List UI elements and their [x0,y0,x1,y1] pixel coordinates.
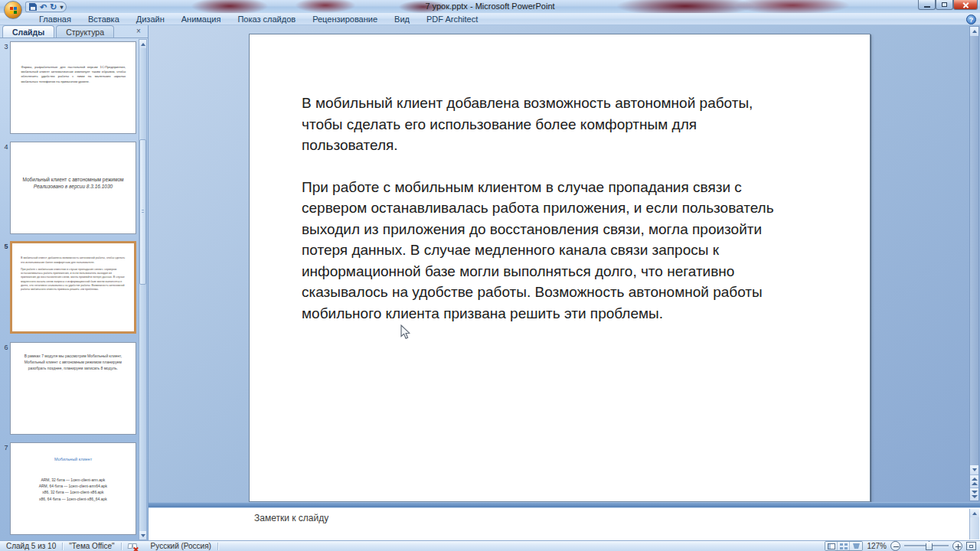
zoom-out-button[interactable] [890,541,900,551]
slide-number: 5 [3,243,9,250]
scrollbar-thumb[interactable] [139,139,146,285]
slide-number: 7 [3,444,9,452]
zoom-slider[interactable] [904,545,949,547]
thumbnail-text: В рамках 7 модуля мы рассмотрим Мобильны… [11,343,136,371]
status-bar-right: 127% [825,541,980,551]
restore-icon [942,2,947,7]
tab-review[interactable]: Рецензирование [304,13,386,25]
undo-icon[interactable]: ↶ [40,3,47,11]
tab-insert[interactable]: Вставка [80,13,128,25]
current-slide-canvas[interactable]: В мобильный клиент добавлена возможность… [249,34,871,502]
quick-access-toolbar: ↶ ↻ ▾ [25,2,67,12]
mouse-cursor [400,324,410,340]
theme-name: "Тема Office" [63,542,120,550]
thumbnail-paragraph: В мобильный клиент добавлена возможность… [21,256,126,265]
notes-splitter[interactable] [149,502,980,508]
thumbnail-title: Мобильный клиент с автономным режимом [11,142,136,184]
slide-thumbnail-4[interactable]: Мобильный клиент с автономным режимом Ре… [10,142,136,234]
customize-qat-icon[interactable]: ▾ [60,3,63,11]
office-logo-icon [9,6,17,14]
powerpoint-window: ↶ ↻ ▾ 7 урок.pptx - Microsoft PowerPoint… [0,0,980,551]
tab-animation[interactable]: Анимация [173,13,230,25]
status-bar: Слайд 5 из 10 "Тема Office" Русский (Рос… [0,540,980,551]
tab-design[interactable]: Дизайн [128,13,173,25]
arrow-down-icon [972,468,977,471]
scroll-up-button[interactable] [970,27,978,36]
arrow-up-icon [141,43,145,46]
save-icon[interactable] [29,3,37,11]
slide-number: 4 [3,143,9,151]
window-title: 7 урок.pptx - Microsoft PowerPoint [425,2,554,11]
zoom-percentage[interactable]: 127% [867,542,887,550]
thumbnail-text: В мобильный клиент добавлена возможность… [12,243,133,292]
slide-number: 3 [3,43,9,51]
close-button[interactable] [953,0,978,10]
arrow-up-icon [972,30,977,33]
scroll-down-button[interactable] [970,465,978,474]
slide-editing-area: В мобильный клиент добавлена возможность… [149,25,980,540]
tab-home[interactable]: Главная [31,13,80,25]
zoom-in-button[interactable] [952,541,962,551]
close-icon [962,2,969,8]
title-bar: ↶ ↻ ▾ 7 урок.pptx - Microsoft PowerPoint [0,0,980,13]
ribbon-tab-bar: Главная Вставка Дизайн Анимация Показ сл… [0,13,980,25]
view-switcher [825,541,863,551]
normal-view-button[interactable] [825,542,838,550]
zoom-slider-thumb[interactable] [926,541,933,550]
next-slide-button[interactable] [970,488,978,500]
slideshow-icon [853,543,860,549]
minimize-button[interactable] [918,0,936,10]
slides-panel-tabs: Слайды Структура × [0,25,148,38]
thumbnail-subtitle: Реализовано в версии 8.3.16.1030 [11,184,136,189]
tab-view[interactable]: Вид [386,13,418,25]
thumbnail-lines: ARM, 32 бита — 1cem-client-arm.apkARM, 6… [11,472,136,502]
slides-panel-scrollbar[interactable] [139,39,147,540]
slide-thumbnail-5-selected[interactable]: В мобильный клиент добавлена возможность… [10,241,136,334]
minimize-icon [924,6,930,8]
scroll-up-button[interactable] [970,509,979,517]
scroll-up-button[interactable] [139,40,146,48]
thumbnail-title: Мобильный клиент [11,443,136,462]
thumbnail-paragraph: При работе с мобильным клиентом в случае… [21,267,126,292]
help-button[interactable]: ? [966,15,976,24]
slide-body-text[interactable]: В мобильный клиент добавлена возможность… [302,93,830,344]
slide-thumbnail-3[interactable]: Формы, разработанные для настольной верс… [10,41,136,134]
arrow-down-icon [141,534,145,537]
scroll-down-button[interactable] [139,531,146,540]
slide-sorter-icon [840,543,843,546]
separator [121,543,122,550]
slideshow-button[interactable] [850,542,862,550]
window-controls [918,0,978,10]
main-vertical-scrollbar[interactable] [969,26,979,501]
fit-to-window-button[interactable] [966,542,976,550]
tab-outline[interactable]: Структура [56,25,114,37]
separator [217,543,218,550]
notes-scrollbar[interactable] [969,509,979,540]
notes-placeholder[interactable]: Заметки к слайду [254,513,328,523]
slide-sorter-button[interactable] [838,542,850,550]
slide-paragraph-2: При работе с мобильным клиентом в случае… [302,177,830,324]
tab-pdf-architect[interactable]: PDF Architect [418,13,486,25]
thumbnail-text: Формы, разработанные для настольной верс… [11,42,135,84]
arrow-up-icon [972,512,977,515]
redo-icon[interactable]: ↻ [50,3,57,11]
normal-view-icon [828,543,835,549]
slide-thumbnail-7[interactable]: Мобильный клиент ARM, 32 бита — 1cem-cli… [10,442,136,535]
close-panel-icon[interactable]: × [134,27,143,35]
notes-pane[interactable]: Заметки к слайду [149,508,980,540]
previous-slide-button[interactable] [970,475,978,487]
scrollbar-grip [142,210,144,214]
office-button[interactable] [4,1,22,19]
slide-number: 6 [3,344,9,351]
slide-indicator: Слайд 5 из 10 [0,542,62,550]
restore-button[interactable] [936,0,953,10]
spellcheck-icon[interactable] [128,543,139,550]
slides-panel: Слайды Структура × 3 Формы, разработанны… [0,25,149,540]
language-indicator[interactable]: Русский (Россия) [145,542,217,550]
slide-thumbnail-6[interactable]: В рамках 7 модуля мы рассмотрим Мобильны… [10,342,136,435]
slide-paragraph-1: В мобильный клиент добавлена возможность… [302,93,830,156]
tab-slideshow[interactable]: Показ слайдов [229,13,304,25]
tab-slides[interactable]: Слайды [2,25,54,37]
